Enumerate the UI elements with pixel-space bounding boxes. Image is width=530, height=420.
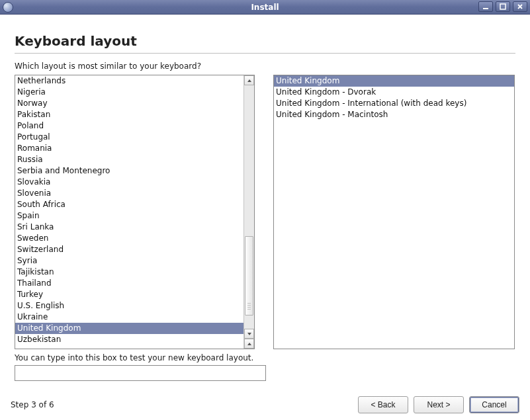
list-item[interactable]: United Kingdom (15, 323, 243, 334)
list-item[interactable]: Syria (15, 255, 243, 267)
list-item[interactable]: Norway (15, 98, 243, 109)
list-item[interactable]: Russia (15, 154, 243, 165)
list-item[interactable]: Netherlands (15, 75, 243, 87)
list-item[interactable]: Slovakia (15, 177, 243, 188)
list-item[interactable]: Poland (15, 120, 243, 132)
back-button[interactable]: < Back (358, 396, 408, 413)
list-item[interactable]: South Africa (15, 199, 243, 210)
titlebar[interactable]: Install (0, 0, 530, 15)
divider (15, 53, 515, 54)
minimize-icon (482, 3, 489, 10)
app-icon (3, 2, 13, 13)
content-area: Keyboard layout Which layout is most sim… (0, 15, 530, 388)
scroll-up-button-2[interactable] (244, 339, 254, 349)
list-item[interactable]: United Kingdom - International (with dea… (274, 98, 514, 109)
list-item[interactable]: United Kingdom - Dvorak (274, 87, 514, 98)
list-item[interactable]: U.S. English (15, 300, 243, 312)
list-item[interactable]: Tajikistan (15, 267, 243, 278)
chevron-down-icon (247, 331, 252, 337)
prompt-text: Which layout is most similar to your key… (15, 62, 515, 71)
test-input[interactable] (15, 365, 266, 381)
list-item[interactable]: Thailand (15, 278, 243, 289)
list-item[interactable]: Switzerland (15, 244, 243, 255)
chevron-up-icon (247, 341, 252, 347)
variant-listbox[interactable]: United KingdomUnited Kingdom - DvorakUni… (273, 75, 515, 349)
list-item[interactable]: Serbia and Montenegro (15, 165, 243, 177)
list-item[interactable]: Sri Lanka (15, 222, 243, 233)
close-icon (517, 3, 523, 10)
maximize-icon (500, 3, 506, 10)
svg-rect-1 (500, 4, 506, 9)
scroll-down-button[interactable] (244, 329, 254, 339)
list-item[interactable]: Pakistan (15, 109, 243, 120)
next-button[interactable]: Next > (414, 396, 464, 413)
svg-rect-0 (483, 8, 488, 9)
list-item[interactable]: Slovenia (15, 188, 243, 199)
close-button[interactable] (513, 1, 527, 12)
list-item[interactable]: Sweden (15, 233, 243, 244)
scroll-up-button[interactable] (244, 75, 254, 85)
list-item[interactable]: United Kingdom (274, 75, 514, 87)
footer: Step 3 of 6 < Back Next > Cancel (0, 396, 530, 413)
list-item[interactable]: United Kingdom - Macintosh (274, 109, 514, 120)
country-scrollbar[interactable] (243, 75, 254, 349)
scroll-track[interactable] (244, 85, 254, 329)
page-heading: Keyboard layout (15, 33, 515, 49)
list-item[interactable]: Nigeria (15, 87, 243, 98)
country-listbox[interactable]: NetherlandsNigeriaNorwayPakistanPolandPo… (15, 75, 255, 349)
step-indicator: Step 3 of 6 (11, 400, 54, 409)
cancel-button[interactable]: Cancel (469, 396, 519, 413)
list-item[interactable]: Ukraine (15, 312, 243, 323)
list-item[interactable]: Spain (15, 210, 243, 222)
list-item[interactable]: Portugal (15, 132, 243, 143)
list-item[interactable]: Turkey (15, 289, 243, 300)
minimize-button[interactable] (478, 1, 493, 12)
list-item[interactable]: Uzbekistan (15, 334, 243, 345)
scroll-thumb[interactable] (245, 236, 253, 315)
window-title: Install (0, 3, 530, 12)
chevron-up-icon (247, 78, 252, 83)
list-item[interactable]: Romania (15, 143, 243, 154)
test-hint: You can type into this box to test your … (15, 353, 515, 362)
maximize-button[interactable] (496, 1, 510, 12)
